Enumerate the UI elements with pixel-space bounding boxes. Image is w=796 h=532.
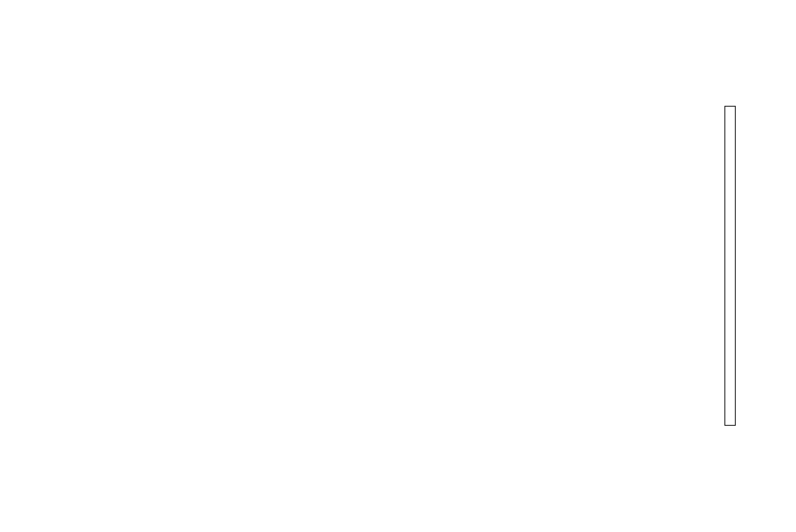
prn-colorbar (724, 106, 736, 426)
chart-figure: { "title": "20200711-UiB-HOP-GPS", "xlab… (0, 0, 796, 532)
sigma-phi-panel-canvas (0, 0, 126, 63)
